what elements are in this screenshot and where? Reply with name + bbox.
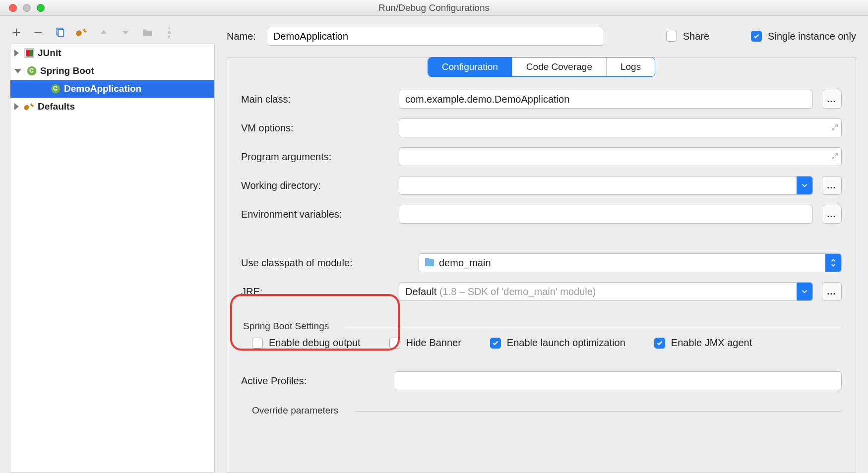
- config-tree: JUnit Spring Boot DemoApplication Defaul…: [10, 44, 215, 473]
- svg-rect-3: [26, 50, 29, 57]
- input-main-class[interactable]: com.example.demo.DemoApplication: [399, 90, 813, 109]
- share-label: Share: [683, 31, 709, 42]
- window-title: Run/Debug Configurations: [0, 2, 868, 13]
- browse-working-dir-button[interactable]: …: [822, 176, 842, 195]
- row-main-class: Main class: com.example.demo.DemoApplica…: [241, 90, 842, 109]
- row-working-dir: Working directory: …: [241, 176, 842, 195]
- tab-configuration[interactable]: Configuration: [428, 58, 512, 76]
- tree-item-spring-boot[interactable]: Spring Boot: [10, 62, 214, 80]
- row-classpath-module: Use classpath of module: demo_main: [241, 253, 842, 272]
- checkbox-icon: [654, 338, 665, 349]
- input-env-vars[interactable]: [399, 205, 813, 224]
- name-row: Name: Share Single instance only: [227, 23, 856, 58]
- tree-item-demo-application[interactable]: DemoApplication: [10, 80, 214, 98]
- tree-label: DemoApplication: [64, 83, 141, 94]
- move-down-icon[interactable]: [119, 26, 132, 39]
- spring-boot-icon: [26, 65, 37, 76]
- dropdown-icon[interactable]: [797, 177, 812, 194]
- dropdown-icon[interactable]: [797, 283, 812, 300]
- browse-env-vars-button[interactable]: …: [822, 205, 842, 224]
- annotation-highlight-box: [230, 294, 400, 351]
- hide-banner-checkbox[interactable]: Hide Banner: [389, 337, 461, 349]
- single-instance-checkbox[interactable]: Single instance only: [751, 31, 856, 42]
- tree-item-junit[interactable]: JUnit: [10, 44, 214, 62]
- label-working-dir: Working directory:: [241, 180, 390, 191]
- enable-launch-optimization-checkbox[interactable]: Enable launch optimization: [490, 337, 625, 349]
- label-program-args: Program arguments:: [241, 151, 390, 163]
- move-up-icon[interactable]: [97, 26, 110, 39]
- input-working-dir[interactable]: [399, 176, 813, 195]
- row-vm-options: VM options:: [241, 118, 842, 137]
- tree-item-defaults[interactable]: Defaults: [10, 98, 214, 116]
- input-vm-options[interactable]: [399, 118, 842, 137]
- dropdown-icon[interactable]: [825, 254, 841, 272]
- enable-jmx-agent-checkbox[interactable]: Enable JMX agent: [654, 337, 752, 349]
- module-icon: [425, 259, 434, 266]
- tab-logs[interactable]: Logs: [607, 58, 655, 76]
- tree-label: Spring Boot: [40, 65, 94, 76]
- check-label: Enable JMX agent: [671, 337, 752, 349]
- row-active-profiles: Active Profiles:: [241, 371, 842, 390]
- label-vm-options: VM options:: [241, 122, 390, 134]
- copy-icon[interactable]: [54, 26, 66, 39]
- junit-icon: [24, 48, 35, 59]
- check-label: Hide Banner: [406, 337, 461, 349]
- check-label: Enable launch optimization: [507, 337, 625, 349]
- override-parameters-title: Override parameters: [241, 405, 842, 416]
- config-panel: Name: Share Single instance only Configu…: [215, 16, 868, 473]
- select-classpath-module[interactable]: demo_main: [419, 253, 842, 272]
- svg-rect-1: [58, 30, 63, 37]
- form: Main class: com.example.demo.DemoApplica…: [227, 77, 856, 412]
- checkbox-icon: [490, 338, 501, 349]
- input-active-profiles[interactable]: [394, 371, 842, 390]
- sidebar: ↓az JUnit Spring Boot DemoApplication: [0, 16, 215, 473]
- config-inner-panel: Configuration Code Coverage Logs Main cl…: [227, 58, 856, 473]
- chevron-right-icon: [14, 50, 19, 57]
- titlebar: Run/Debug Configurations: [0, 0, 868, 16]
- folder-icon[interactable]: [141, 26, 154, 39]
- tree-label: Defaults: [38, 101, 75, 112]
- browse-main-class-button[interactable]: …: [822, 90, 842, 109]
- expand-icon[interactable]: [831, 151, 838, 162]
- name-label: Name:: [227, 31, 256, 42]
- checkbox-icon: [751, 31, 762, 42]
- remove-icon[interactable]: [32, 26, 45, 39]
- tab-code-coverage[interactable]: Code Coverage: [512, 58, 607, 76]
- share-checkbox[interactable]: Share: [666, 31, 709, 42]
- label-classpath: Use classpath of module:: [241, 257, 410, 269]
- spring-boot-icon: [50, 83, 61, 94]
- select-jre[interactable]: Default (1.8 – SDK of 'demo_main' module…: [399, 282, 813, 301]
- input-program-args[interactable]: [399, 147, 842, 166]
- name-input[interactable]: [267, 27, 604, 46]
- tree-label: JUnit: [38, 48, 62, 59]
- run-debug-config-window: Run/Debug Configurations ↓az JUnit: [0, 0, 868, 473]
- add-icon[interactable]: [10, 26, 23, 39]
- svg-point-6: [51, 84, 60, 93]
- browse-jre-button[interactable]: …: [822, 282, 842, 301]
- label-env-vars: Environment variables:: [241, 209, 390, 220]
- single-instance-label: Single instance only: [768, 31, 856, 42]
- label-main-class: Main class:: [241, 94, 390, 105]
- svg-point-5: [27, 66, 36, 75]
- chevron-right-icon: [14, 103, 19, 110]
- tabs: Configuration Code Coverage Logs: [227, 57, 856, 77]
- sort-alpha-icon[interactable]: ↓az: [163, 26, 176, 39]
- row-env-vars: Environment variables: …: [241, 205, 842, 224]
- content: ↓az JUnit Spring Boot DemoApplication: [0, 16, 868, 473]
- chevron-down-icon: [14, 69, 21, 73]
- settings-icon[interactable]: [75, 26, 88, 39]
- checkbox-icon: [666, 31, 677, 42]
- label-active-profiles: Active Profiles:: [241, 375, 385, 387]
- svg-rect-4: [29, 50, 33, 57]
- section-separator: [355, 411, 842, 412]
- defaults-icon: [24, 101, 35, 112]
- row-program-args: Program arguments:: [241, 147, 842, 166]
- expand-icon[interactable]: [831, 122, 838, 133]
- sidebar-toolbar: ↓az: [10, 23, 215, 44]
